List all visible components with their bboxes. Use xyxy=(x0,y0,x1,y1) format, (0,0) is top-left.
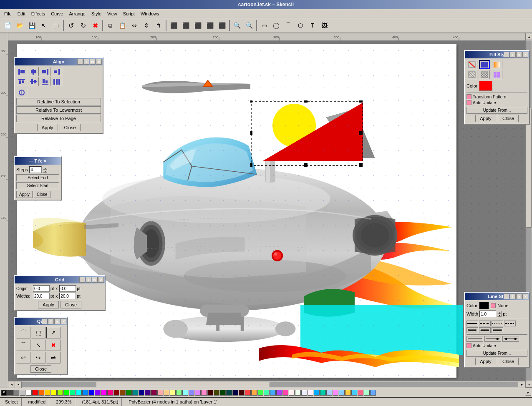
palette-color-32[interactable] xyxy=(201,390,207,396)
fill-pattern2-button[interactable] xyxy=(479,70,490,79)
quick-close-x[interactable]: ✕ xyxy=(61,318,66,324)
palette-color-24[interactable] xyxy=(151,390,157,396)
line-cap1-button[interactable] xyxy=(466,327,478,333)
palette-color-44[interactable] xyxy=(276,390,282,396)
arrow-none-button[interactable] xyxy=(466,336,483,342)
palette-color-22[interactable] xyxy=(139,390,144,396)
quick-tool-3[interactable]: ↗ xyxy=(46,327,61,338)
palette-none-swatch[interactable]: ✗ xyxy=(1,390,7,396)
group-button[interactable]: ⬛ xyxy=(192,20,204,31)
arrange-back-button[interactable]: ⬛ xyxy=(168,20,179,31)
fill-update-from-button[interactable]: Update From... xyxy=(466,107,527,114)
grid-close-button[interactable]: Close xyxy=(61,301,81,308)
line-cap3-button[interactable] xyxy=(492,327,503,333)
menu-arrange[interactable]: Arrange xyxy=(66,10,88,17)
align-misc1[interactable] xyxy=(16,88,27,97)
quick-tool-2[interactable]: ⬚ xyxy=(31,327,45,338)
image-tool[interactable]: 🖼 xyxy=(319,20,330,31)
palette-color-40[interactable] xyxy=(251,390,257,396)
line-dot-button[interactable] xyxy=(492,321,503,326)
palette-color-23[interactable] xyxy=(145,390,151,396)
scroll-up-button[interactable]: ▴ xyxy=(526,33,532,40)
line-solid-button[interactable] xyxy=(466,321,478,326)
relative-page-button[interactable]: Relative To Page xyxy=(16,115,101,122)
delete-button[interactable]: ✖ xyxy=(89,20,101,31)
grid-close-x[interactable]: ✕ xyxy=(98,277,104,283)
palette-color-5[interactable] xyxy=(32,390,38,396)
width-y-input[interactable] xyxy=(59,293,76,299)
scroll-right-button[interactable]: ▸ xyxy=(519,381,525,388)
palette-color-17[interactable] xyxy=(107,390,113,396)
scroll-left2-button[interactable]: ◂ xyxy=(15,381,22,388)
palette-color-10[interactable] xyxy=(63,390,69,396)
quick-t[interactable]: T xyxy=(48,318,54,324)
line-fx[interactable]: fx xyxy=(516,293,522,299)
palette-color-47[interactable] xyxy=(295,390,301,396)
align-text[interactable]: T xyxy=(83,59,89,65)
quick-tool-8[interactable]: ↪ xyxy=(31,352,45,363)
rotate-left-button[interactable]: ↰ xyxy=(153,20,164,31)
align-left-top[interactable] xyxy=(16,67,27,76)
arrange-front-button[interactable]: ⬛ xyxy=(180,20,192,31)
palette-color-30[interactable] xyxy=(189,390,194,396)
quick-tool-9[interactable]: ⇌ xyxy=(46,352,61,363)
origin-x-input[interactable] xyxy=(33,285,50,292)
select-tool[interactable]: ⬚ xyxy=(50,20,62,31)
menu-style[interactable]: Style xyxy=(89,10,104,17)
steps-apply-button[interactable]: Apply xyxy=(16,191,33,198)
save-button[interactable]: 💾 xyxy=(26,20,38,31)
palette-color-19[interactable] xyxy=(120,390,126,396)
line-width-input[interactable] xyxy=(479,311,496,317)
palette-color-1[interactable] xyxy=(7,390,13,396)
redo-button[interactable]: ↻ xyxy=(77,20,89,31)
rect-tool[interactable]: ▭ xyxy=(258,20,270,31)
select-end-button[interactable]: Select End xyxy=(16,174,59,181)
palette-color-49[interactable] xyxy=(308,390,313,396)
palette-color-16[interactable] xyxy=(101,390,107,396)
palette-color-9[interactable] xyxy=(57,390,63,396)
palette-color-46[interactable] xyxy=(289,390,295,396)
align-center-h[interactable] xyxy=(28,67,39,76)
palette-color-15[interactable] xyxy=(95,390,101,396)
quick-close-button[interactable]: Close xyxy=(30,365,51,373)
palette-color-27[interactable] xyxy=(170,390,176,396)
palette-color-29[interactable] xyxy=(182,390,188,396)
align-apply-button[interactable]: Apply xyxy=(37,124,58,131)
align-right2[interactable] xyxy=(51,67,62,76)
fill-min[interactable]: _ xyxy=(504,52,509,58)
undo-button[interactable]: ↺ xyxy=(65,20,77,31)
palette-color-20[interactable] xyxy=(126,390,132,396)
palette-color-2[interactable] xyxy=(13,390,19,396)
origin-y-input[interactable] xyxy=(59,285,76,292)
palette-color-51[interactable] xyxy=(320,390,326,396)
scroll-down-button[interactable]: ▾ xyxy=(526,381,532,388)
menu-edit[interactable]: Edit xyxy=(15,10,28,17)
palette-color-18[interactable] xyxy=(113,390,119,396)
align-distribute[interactable] xyxy=(51,77,62,86)
menu-effects[interactable]: Effects xyxy=(29,10,48,17)
quick-tool-6[interactable]: ✖ xyxy=(46,339,61,351)
palette-color-31[interactable] xyxy=(195,390,201,396)
steps-close-button[interactable]: Close xyxy=(34,191,50,198)
grid-t[interactable]: T xyxy=(86,277,91,283)
palette-color-35[interactable] xyxy=(220,390,226,396)
select-start-button[interactable]: Select Start xyxy=(16,182,59,189)
palette-color-13[interactable] xyxy=(82,390,88,396)
palette-color-50[interactable] xyxy=(314,390,320,396)
palette-color-33[interactable] xyxy=(207,390,213,396)
palette-color-59[interactable] xyxy=(370,390,376,396)
palette-color-41[interactable] xyxy=(257,390,263,396)
quick-tool-4[interactable]: ⌒ xyxy=(16,339,30,351)
steps-spinner[interactable]: ▴ ▾ xyxy=(43,167,47,173)
fill-solid-button[interactable] xyxy=(479,60,490,69)
grid-min[interactable]: _ xyxy=(79,277,85,283)
arrow-both-button[interactable] xyxy=(502,336,519,342)
fill-close-x[interactable]: ✕ xyxy=(522,52,528,58)
horizontal-scrollbar[interactable]: ◂ ◂ ▸ xyxy=(8,381,525,388)
mirror-v-button[interactable]: ⇕ xyxy=(141,20,152,31)
line-close-x[interactable]: ✕ xyxy=(522,293,528,299)
scroll-left-button[interactable]: ◂ xyxy=(8,381,15,388)
palette-color-36[interactable] xyxy=(226,390,232,396)
align-fx[interactable]: fx xyxy=(90,59,96,65)
zoom-in-button[interactable]: 🔍 xyxy=(231,20,243,31)
